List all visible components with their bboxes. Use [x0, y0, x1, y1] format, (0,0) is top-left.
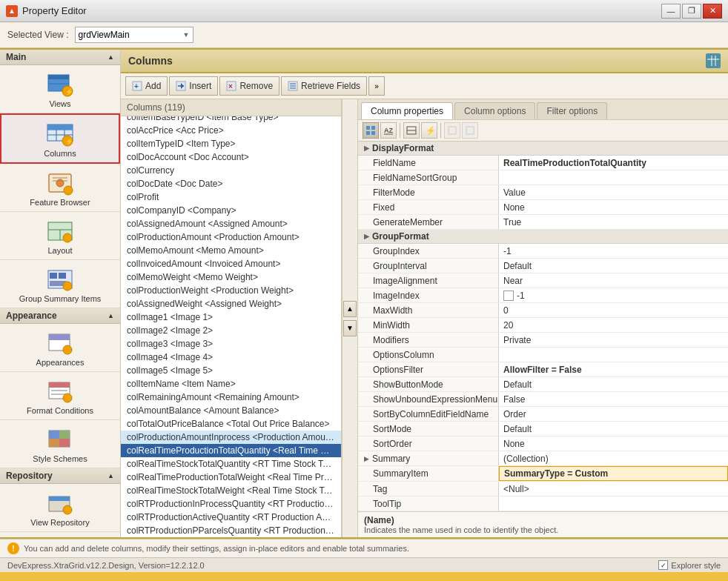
- column-list-item[interactable]: colTotalOutPriceBalance <Total Out Price…: [121, 417, 341, 431]
- selected-view-combo[interactable]: grdViewMain ▼: [75, 27, 193, 43]
- column-list-item[interactable]: colAssignedWeight <Assigned Weight>: [121, 297, 341, 311]
- selected-view-bar: Selected View : grdViewMain ▼: [0, 22, 728, 48]
- prop-row[interactable]: GenerateMemberTrue: [358, 215, 728, 230]
- column-list-item[interactable]: colRemainingAmount <Remaining Amount>: [121, 391, 341, 404]
- sidebar-item-format-conditions[interactable]: Format Conditions: [0, 372, 120, 420]
- prop-row[interactable]: ImageAlignmentNear: [358, 273, 728, 288]
- column-list-item[interactable]: colProductionAmount <Production Amount>: [121, 230, 341, 244]
- column-list-item[interactable]: colDocDate <Doc Date>: [121, 177, 341, 190]
- column-list-item[interactable]: colProductionWeight <Production Weight>: [121, 284, 341, 297]
- prop-row[interactable]: FieldNameSortGroup: [358, 170, 728, 185]
- toolbar-more-button[interactable]: »: [368, 76, 385, 96]
- column-list-item[interactable]: colInvoicedAmount <Invoiced Amount>: [121, 257, 341, 270]
- svg-point-26: [63, 282, 72, 290]
- column-list-item[interactable]: colRealTimeStockTotalQuantity <RT Time S…: [121, 457, 341, 471]
- prop-row[interactable]: MaxWidth0: [358, 303, 728, 318]
- prop-name-cell: GroupInterval: [358, 259, 499, 273]
- events-button[interactable]: ⚡: [421, 122, 437, 139]
- prop-value-cell: None: [499, 200, 728, 214]
- prop-tab-0[interactable]: Column properties: [361, 102, 453, 119]
- prop-row[interactable]: OptionsFilterAllowFilter = False: [358, 362, 728, 377]
- sidebar-item-style-schemes[interactable]: Style Schemes: [0, 420, 120, 468]
- sidebar-item-layout[interactable]: Layout: [0, 212, 120, 260]
- column-list-item[interactable]: colProfit: [121, 190, 341, 204]
- svg-point-21: [63, 233, 72, 242]
- column-list-item[interactable]: colImage1 <Image 1>: [121, 311, 341, 324]
- column-list-item[interactable]: colProductionAmountInprocess <Production…: [121, 431, 341, 444]
- explorer-style-option[interactable]: ✓ Explorer style: [658, 560, 721, 570]
- prop-row[interactable]: FilterModeValue: [358, 185, 728, 200]
- prop-row[interactable]: SortByColumnEditFieldNameOrder: [358, 407, 728, 422]
- column-list-item[interactable]: colRealTimeProductionTotalQuantity <Real…: [121, 444, 341, 457]
- prop-group-row[interactable]: ▶GroupFormat: [358, 230, 728, 244]
- sidebar-group-summary-label: Group Summary Items: [19, 294, 102, 303]
- sidebar-item-columns[interactable]: ⚡ Columns: [0, 113, 120, 164]
- column-list-item[interactable]: colRTProductionActiveQuantity <RT Produc…: [121, 511, 341, 524]
- column-list-item[interactable]: colRTProductionPParcelsQuantity <RT Prod…: [121, 524, 341, 537]
- prop-row[interactable]: SortModeDefault: [358, 422, 728, 436]
- columns-panel-header: Columns: [121, 50, 728, 73]
- column-list-item[interactable]: colRTProductionInProcessQuantity <RT Pro…: [121, 497, 341, 511]
- column-list-item[interactable]: colDocAccount <Doc Account>: [121, 150, 341, 164]
- column-list-item[interactable]: colCurrency: [121, 164, 341, 177]
- sidebar-item-group-summary[interactable]: Group Summary Items: [0, 260, 120, 308]
- prop-tab-1[interactable]: Column options: [454, 102, 535, 119]
- remove-button[interactable]: × Remove: [219, 76, 279, 96]
- column-list-item[interactable]: colAmountBalance <Amount Balance>: [121, 404, 341, 417]
- column-list-item[interactable]: colItemTypeID <Item Type>: [121, 137, 341, 150]
- insert-button[interactable]: Insert: [169, 76, 218, 96]
- alphabetical-icon: AZ: [383, 125, 394, 136]
- sidebar-item-views[interactable]: ⚡ Views: [0, 65, 120, 113]
- column-list-item[interactable]: colImage4 <Image 4>: [121, 351, 341, 364]
- sidebar-item-feature-browser[interactable]: Feature Browser: [0, 164, 120, 212]
- column-list-item[interactable]: colImage3 <Image 3>: [121, 337, 341, 351]
- add-button[interactable]: + Add: [125, 76, 168, 96]
- prop-value-cell[interactable]: SummaryType = Custom: [499, 466, 728, 481]
- sidebar-item-appearances[interactable]: Appearances: [0, 324, 120, 372]
- prop-row[interactable]: SortOrderNone: [358, 436, 728, 451]
- column-list-item[interactable]: colImage5 <Image 5>: [121, 364, 341, 377]
- prop-name-cell: SortMode: [358, 422, 499, 436]
- column-list-item[interactable]: colMemoWeight <Memo Weight>: [121, 270, 341, 284]
- prop-row[interactable]: MinWidth20: [358, 318, 728, 333]
- prop-row[interactable]: ShowButtonModeDefault: [358, 377, 728, 392]
- prop-tab-2[interactable]: Filter options: [537, 102, 607, 119]
- column-list-item[interactable]: colItemBaseTypeID <Item Base Type>: [121, 116, 341, 124]
- sidebar-item-view-repository[interactable]: View Repository: [0, 484, 120, 532]
- repository-section-arrow-icon: ▲: [107, 472, 114, 479]
- prop-group-row[interactable]: ▶DisplayFormat: [358, 142, 728, 156]
- prop-row[interactable]: GroupIndex-1: [358, 244, 728, 259]
- column-list-item[interactable]: colMemoAmount <Memo Amount>: [121, 244, 341, 257]
- restore-button[interactable]: ❐: [682, 4, 701, 19]
- prop-row[interactable]: FixedNone: [358, 200, 728, 215]
- alphabetical-button[interactable]: AZ: [380, 122, 397, 139]
- prop-row[interactable]: Tag<Null>: [358, 482, 728, 497]
- scroll-up-button[interactable]: ▲: [343, 301, 357, 317]
- properties-view-button[interactable]: [403, 122, 420, 139]
- prop-row[interactable]: ShowUnboundExpressionMenuFalse: [358, 392, 728, 407]
- prop-row[interactable]: FieldNameRealTimeProductionTotalQuantity: [358, 156, 728, 170]
- column-list-item[interactable]: colImage2 <Image 2>: [121, 324, 341, 337]
- column-list-item[interactable]: colItemName <Item Name>: [121, 377, 341, 391]
- prop-row[interactable]: ToolTip: [358, 497, 728, 511]
- prop-name-cell: FieldName: [358, 156, 499, 170]
- close-button[interactable]: ✕: [703, 4, 722, 19]
- prop-row[interactable]: ▶Summary(Collection): [358, 451, 728, 466]
- prop-row[interactable]: GroupIntervalDefault: [358, 259, 728, 273]
- column-list-item[interactable]: colRealTimeProductionTotalWeight <Real T…: [121, 471, 341, 484]
- column-list-item[interactable]: colAssignedAmount <Assigned Amount>: [121, 217, 341, 230]
- prop-name-cell: OptionsFilter: [358, 362, 499, 376]
- retrieve-fields-button[interactable]: Retrieve Fields: [281, 76, 367, 96]
- prop-row[interactable]: SummaryItemSummaryType = Custom: [358, 466, 728, 482]
- categorized-button[interactable]: [363, 122, 379, 139]
- app-icon: ▲: [6, 5, 18, 17]
- prop-row[interactable]: ImageIndex-1: [358, 288, 728, 303]
- column-list-item[interactable]: colRealTimeStockTotalWeight <Real Time S…: [121, 484, 341, 497]
- prop-row[interactable]: ModifiersPrivate: [358, 333, 728, 348]
- column-list-item[interactable]: colAccPrice <Acc Price>: [121, 124, 341, 137]
- scroll-down-button[interactable]: ▼: [343, 320, 357, 336]
- explorer-style-checkbox[interactable]: ✓: [658, 560, 668, 570]
- column-list-item[interactable]: colCompanyID <Company>: [121, 204, 341, 217]
- prop-row[interactable]: OptionsColumn: [358, 348, 728, 362]
- minimize-button[interactable]: —: [661, 4, 681, 19]
